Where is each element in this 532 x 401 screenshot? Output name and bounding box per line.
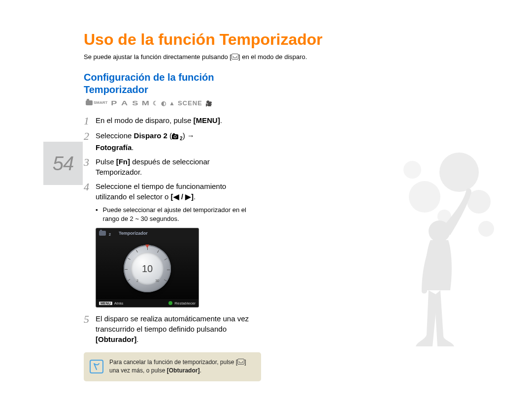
- footer-left: MENU Atrás: [99, 301, 123, 306]
- dial-tick-high: 30: [155, 279, 159, 282]
- svg-point-4: [409, 181, 440, 213]
- dial-marker-icon: [145, 245, 149, 248]
- svg-point-7: [403, 161, 421, 179]
- bullet-block: ▪ Puede seleccionar el ajuste del tempor…: [96, 206, 251, 223]
- drive-mode-icon: [237, 359, 244, 365]
- step-4: 4 Seleccione el tiempo de funcionamiento…: [84, 181, 251, 202]
- text: Seleccione: [96, 131, 134, 140]
- subtitle-pre: Se puede ajustar la función directamente…: [84, 53, 232, 61]
- step-3: 3 Pulse [Fn] después de seleccionar Temp…: [84, 156, 251, 177]
- steps-list-continued: 5 El disparo se realiza automáticamente …: [84, 313, 251, 344]
- step-number: 5: [84, 313, 96, 344]
- svg-point-9: [478, 221, 494, 237]
- page-number-tab: 54: [43, 142, 83, 185]
- tip-box: Para cancelar la función de temporizador…: [84, 352, 261, 381]
- screen-title: Temporizador: [119, 231, 148, 236]
- bold-text: [Fn]: [116, 157, 130, 166]
- mode-m: M: [142, 99, 149, 107]
- menu-badge: MENU: [99, 302, 112, 305]
- tip-text: .: [200, 367, 201, 374]
- content-column: Configuración de la función Temporizador…: [84, 71, 251, 381]
- dial-value: 10: [142, 263, 153, 275]
- step-number: 4: [84, 181, 96, 202]
- text: .: [220, 116, 222, 124]
- dial-tick-low: 2: [136, 279, 138, 282]
- step-body: Seleccione Disparo 2 (2) → Fotografía.: [96, 130, 251, 153]
- mode-movie-icon: 🎥: [205, 100, 212, 107]
- page-title: Uso de la función Temporizador: [84, 31, 323, 49]
- camera-screen-header: 2 Temporizador: [96, 228, 199, 238]
- heading-line1: Configuración de la función: [84, 72, 214, 83]
- text: .: [194, 192, 196, 201]
- tip-text: Para cancelar la función de temporizador…: [109, 359, 237, 366]
- mode-portrait-icon: ◐: [161, 100, 166, 107]
- mode-landscape-icon: ▲: [169, 100, 175, 107]
- bold-text: [MENU]: [193, 116, 220, 124]
- bullet-dot: ▪: [96, 206, 98, 223]
- child-silhouette-illustration: [316, 143, 513, 359]
- bold-text: [Obturador]: [96, 335, 136, 343]
- step-body: Pulse [Fn] después de seleccionar Tempor…: [96, 156, 251, 177]
- back-label: Atrás: [114, 301, 124, 306]
- camera-icon: [99, 231, 106, 236]
- camera-screen: 2 Temporizador: [96, 228, 199, 308]
- footer-right: Restablecer: [168, 301, 196, 306]
- text: .: [132, 143, 133, 152]
- timer-dial: 10 2 30: [124, 245, 171, 292]
- bullet-item: ▪ Puede seleccionar el ajuste del tempor…: [96, 206, 251, 223]
- camera-screen-footer: MENU Atrás Restablecer: [96, 299, 199, 307]
- svg-rect-1: [173, 133, 175, 135]
- step-body: En el modo de disparo, pulse [MENU].: [96, 115, 251, 126]
- steps-list: 1 En el modo de disparo, pulse [MENU]. 2…: [84, 115, 251, 202]
- step-2: 2 Seleccione Disparo 2 (2) → Fotografía.: [84, 130, 251, 153]
- bold-text: [◀ / ▶]: [171, 192, 194, 201]
- mode-smart-text: SMART: [94, 100, 107, 105]
- step-1: 1 En el modo de disparo, pulse [MENU].: [84, 115, 251, 126]
- green-dot-icon: [168, 301, 172, 305]
- svg-point-10: [429, 220, 450, 242]
- manual-page: Uso de la función Temporizador Se puede …: [0, 0, 532, 401]
- reset-label: Restablecer: [174, 301, 196, 306]
- step-number: 1: [84, 115, 96, 126]
- mode-s: S: [132, 99, 138, 107]
- step-number: 2: [84, 130, 96, 153]
- mode-icons: SMART P A S M ☾ ◐ ▲ SCENE 🎥: [86, 99, 212, 107]
- bold-text: Disparo 2: [134, 131, 167, 140]
- camera-sub-icon: [172, 133, 180, 139]
- bold-text: [Obturador]: [167, 367, 200, 374]
- mode-p: P: [111, 99, 117, 107]
- mode-night-icon: ☾: [153, 100, 158, 107]
- subtitle-post: ] en el modo de disparo.: [238, 53, 307, 61]
- bold-text: Fotografía: [96, 143, 132, 152]
- svg-point-8: [437, 210, 451, 223]
- page-subtitle: Se puede ajustar la función directamente…: [84, 53, 307, 61]
- svg-point-5: [439, 153, 479, 192]
- camera-screen-body: 10 2 30: [96, 238, 199, 299]
- text: ) →: [183, 131, 195, 140]
- text: En el modo de disparo, pulse: [96, 116, 193, 124]
- bullet-text: Puede seleccionar el ajuste del temporiz…: [103, 206, 251, 223]
- section-heading: Configuración de la función Temporizador…: [84, 71, 251, 108]
- drive-mode-icon: [232, 54, 238, 60]
- page-number: 54: [53, 153, 74, 175]
- step-body: Seleccione el tiempo de funcionamiento u…: [96, 181, 251, 202]
- step-number: 3: [84, 156, 96, 177]
- heading-line2-word: Temporizador: [84, 84, 148, 95]
- mode-smart-icon: SMART: [86, 100, 107, 105]
- svg-point-3: [174, 136, 176, 138]
- svg-point-6: [467, 190, 491, 214]
- note-icon: [90, 360, 103, 373]
- subscript: 2: [109, 233, 111, 236]
- text: Seleccione el tiempo de funcionamiento u…: [96, 182, 226, 201]
- text: (: [167, 131, 172, 140]
- step-body: El disparo se realiza automáticamente un…: [96, 313, 251, 344]
- mode-scene: SCENE: [178, 99, 202, 107]
- text: El disparo se realiza automáticamente un…: [96, 314, 249, 333]
- step-5: 5 El disparo se realiza automáticamente …: [84, 313, 251, 344]
- text: .: [136, 335, 138, 343]
- mode-a: A: [121, 99, 128, 107]
- camera-icon: [86, 100, 93, 105]
- text: Pulse: [96, 157, 116, 166]
